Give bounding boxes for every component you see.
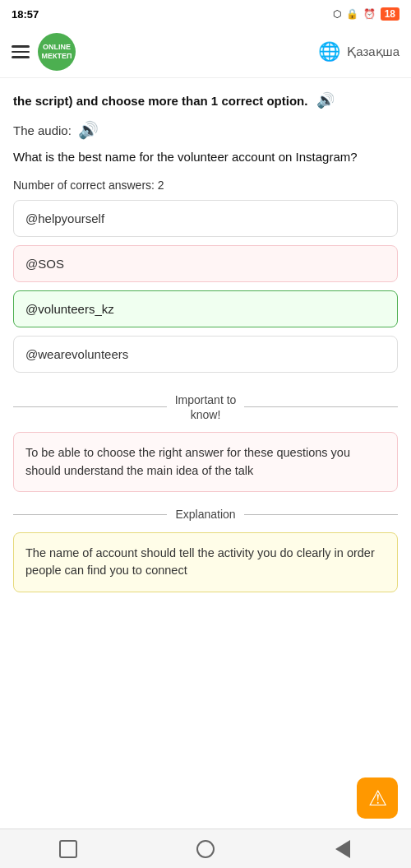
option-3-text: @volunteers_kz bbox=[25, 302, 114, 316]
option-3[interactable]: @volunteers_kz bbox=[13, 290, 398, 327]
language-selector[interactable]: 🌐 Қазақша bbox=[318, 41, 399, 63]
logo-line2: МЕКТЕП bbox=[41, 52, 72, 61]
question-text: What is the best name for the volunteer … bbox=[13, 148, 398, 167]
option-4-text: @wearevolunteers bbox=[25, 347, 128, 361]
audio-icon[interactable]: 🔊 bbox=[78, 120, 99, 140]
triangle-icon bbox=[335, 840, 350, 858]
header-left: ONLINE МЕКТЕП bbox=[12, 33, 76, 71]
task-instruction: the script) and choose more than 1 corre… bbox=[13, 90, 398, 112]
option-2-text: @SOS bbox=[25, 257, 64, 271]
audio-row: The audio: 🔊 bbox=[13, 120, 398, 140]
divider-exp-left bbox=[13, 514, 167, 516]
option-4[interactable]: @wearevolunteers bbox=[13, 336, 398, 373]
option-2[interactable]: @SOS bbox=[13, 245, 398, 282]
divider-exp-right bbox=[244, 514, 398, 516]
language-label: Қазақша bbox=[347, 44, 399, 59]
divider-important-text: Important to know! bbox=[175, 392, 237, 422]
audio-play-icon-inline[interactable]: 🔊 bbox=[316, 92, 335, 109]
divider-explanation-text: Explanation bbox=[175, 507, 235, 522]
options-list: @helpyourself @SOS @volunteers_kz @weare… bbox=[13, 200, 398, 373]
explanation-box: The name of account should tell the acti… bbox=[13, 532, 398, 593]
status-bar: 18:57 ⬡ 🔒 ⏰ 18 bbox=[0, 0, 411, 26]
logo: ONLINE МЕКТЕП bbox=[38, 33, 76, 71]
battery-badge: 18 bbox=[381, 7, 399, 21]
alarm-icon: ⏰ bbox=[363, 8, 376, 20]
nav-back-button[interactable] bbox=[328, 834, 358, 864]
info-box: To be able to choose the right answer fo… bbox=[13, 432, 398, 493]
divider-important: Important to know! bbox=[13, 392, 398, 422]
divider-line-left bbox=[13, 406, 167, 408]
square-icon bbox=[59, 840, 77, 858]
option-1-text: @helpyourself bbox=[25, 211, 104, 225]
audio-label: The audio: bbox=[13, 123, 72, 137]
header: ONLINE МЕКТЕП 🌐 Қазақша bbox=[0, 26, 411, 78]
nav-square-button[interactable] bbox=[53, 834, 83, 864]
warning-fab[interactable]: ⚠ bbox=[357, 777, 398, 819]
bottom-nav bbox=[0, 829, 411, 868]
correct-count-label: Number of correct answers: 2 bbox=[13, 179, 398, 192]
menu-icon[interactable] bbox=[12, 45, 30, 58]
warning-icon: ⚠ bbox=[368, 786, 387, 811]
divider-line-right bbox=[244, 406, 398, 408]
explanation-text: The name of account should tell the acti… bbox=[25, 546, 375, 578]
main-content: the script) and choose more than 1 corre… bbox=[0, 78, 411, 620]
status-icons: ⬡ 🔒 ⏰ 18 bbox=[333, 7, 399, 21]
info-box-text: To be able to choose the right answer fo… bbox=[25, 446, 350, 477]
option-1[interactable]: @helpyourself bbox=[13, 200, 398, 237]
circle-icon bbox=[196, 840, 215, 858]
nav-circle-button[interactable] bbox=[191, 834, 220, 864]
instruction-text: the script) and choose more than 1 corre… bbox=[13, 94, 307, 108]
logo-line1: ONLINE bbox=[43, 43, 71, 52]
globe-icon: 🌐 bbox=[318, 41, 340, 63]
status-time: 18:57 bbox=[12, 8, 39, 21]
lock-icon: 🔒 bbox=[346, 8, 358, 20]
signal-icon: ⬡ bbox=[333, 8, 341, 20]
divider-explanation: Explanation bbox=[13, 507, 398, 522]
